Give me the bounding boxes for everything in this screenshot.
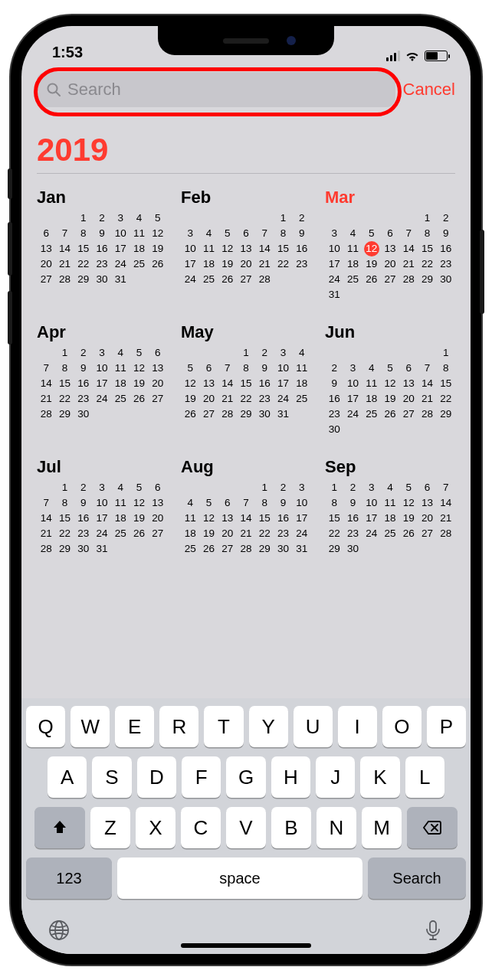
numbers-key[interactable]: 123 — [26, 858, 112, 899]
day-cell[interactable]: 16 — [325, 391, 343, 407]
key-g[interactable]: G — [226, 756, 265, 798]
day-cell[interactable]: 8 — [418, 226, 436, 241]
day-cell[interactable]: 29 — [437, 407, 455, 422]
key-e[interactable]: E — [115, 706, 154, 747]
day-cell[interactable]: 27 — [399, 407, 418, 422]
day-cell[interactable]: 8 — [437, 361, 455, 376]
day-cell[interactable]: 12 — [381, 376, 399, 391]
month-jul[interactable]: Jul1234567891011121314151617181920212223… — [37, 457, 167, 557]
day-cell[interactable]: 20 — [399, 391, 418, 407]
day-cell[interactable]: 4 — [199, 226, 218, 241]
day-cell[interactable]: 23 — [74, 391, 93, 407]
day-cell[interactable]: 28 — [255, 272, 274, 287]
day-cell[interactable]: 4 — [293, 345, 311, 361]
day-cell[interactable]: 28 — [399, 272, 418, 287]
day-cell[interactable]: 10 — [181, 241, 199, 256]
month-may[interactable]: May1234567891011121314151617181920212223… — [181, 322, 311, 437]
day-cell[interactable]: 21 — [37, 391, 55, 407]
day-cell[interactable]: 3 — [274, 345, 292, 361]
month-apr[interactable]: Apr1234567891011121314151617181920212223… — [37, 322, 167, 437]
day-cell[interactable]: 5 — [218, 226, 237, 241]
day-cell[interactable]: 17 — [325, 256, 343, 272]
day-cell[interactable]: 7 — [437, 480, 455, 495]
year-heading[interactable]: 2019 — [37, 118, 455, 174]
day-cell[interactable]: 31 — [274, 407, 292, 422]
day-cell[interactable]: 14 — [437, 495, 455, 511]
day-cell[interactable]: 25 — [381, 526, 399, 541]
day-cell[interactable]: 1 — [437, 345, 455, 361]
day-cell[interactable]: 28 — [37, 407, 55, 422]
day-cell[interactable]: 14 — [255, 241, 274, 256]
day-cell[interactable]: 18 — [111, 376, 130, 391]
day-cell[interactable]: 19 — [130, 511, 148, 526]
day-cell[interactable]: 3 — [93, 345, 111, 361]
day-cell[interactable]: 2 — [274, 480, 292, 495]
day-cell[interactable]: 2 — [93, 211, 111, 226]
day-cell[interactable]: 30 — [325, 422, 343, 437]
day-cell[interactable]: 3 — [93, 480, 111, 495]
day-cell[interactable]: 18 — [362, 391, 381, 407]
day-cell[interactable]: 19 — [362, 256, 381, 272]
day-cell[interactable]: 12 — [181, 376, 199, 391]
day-cell[interactable]: 28 — [55, 272, 74, 287]
day-cell[interactable]: 17 — [93, 376, 111, 391]
day-cell[interactable]: 30 — [274, 541, 292, 557]
day-cell[interactable]: 8 — [55, 361, 74, 376]
day-cell[interactable]: 2 — [437, 211, 455, 226]
day-cell[interactable]: 27 — [149, 391, 167, 407]
day-cell[interactable]: 27 — [149, 526, 167, 541]
day-cell[interactable]: 6 — [218, 495, 237, 511]
day-cell[interactable]: 6 — [149, 345, 167, 361]
day-cell[interactable]: 22 — [255, 526, 274, 541]
day-cell[interactable]: 11 — [343, 241, 362, 256]
day-cell[interactable]: 9 — [74, 495, 93, 511]
day-cell[interactable]: 7 — [418, 361, 436, 376]
day-cell[interactable]: 20 — [218, 526, 237, 541]
day-cell[interactable]: 1 — [418, 211, 436, 226]
search-input[interactable]: Search — [37, 72, 395, 107]
day-cell[interactable]: 26 — [149, 256, 167, 272]
day-cell[interactable]: 2 — [74, 480, 93, 495]
day-cell[interactable]: 2 — [325, 361, 343, 376]
day-cell[interactable]: 5 — [199, 495, 218, 511]
day-cell[interactable]: 18 — [343, 256, 362, 272]
day-cell[interactable]: 29 — [74, 272, 93, 287]
day-cell[interactable]: 21 — [37, 526, 55, 541]
day-cell[interactable]: 7 — [55, 226, 74, 241]
globe-icon[interactable] — [48, 919, 71, 945]
day-cell[interactable]: 14 — [237, 511, 255, 526]
day-cell[interactable]: 14 — [37, 376, 55, 391]
day-cell[interactable]: 5 — [381, 361, 399, 376]
day-cell[interactable]: 7 — [255, 226, 274, 241]
day-cell[interactable]: 23 — [274, 526, 292, 541]
day-cell[interactable]: 15 — [237, 376, 255, 391]
day-cell[interactable]: 25 — [130, 256, 148, 272]
day-cell[interactable]: 12 — [218, 241, 237, 256]
day-cell[interactable]: 21 — [437, 511, 455, 526]
day-cell[interactable]: 27 — [218, 541, 237, 557]
day-cell[interactable]: 16 — [255, 376, 274, 391]
day-cell[interactable]: 18 — [293, 376, 311, 391]
day-cell[interactable]: 30 — [93, 272, 111, 287]
month-mar[interactable]: Mar1234567891011121314151617181920212223… — [325, 188, 455, 302]
day-cell[interactable]: 29 — [418, 272, 436, 287]
cancel-button[interactable]: Cancel — [403, 80, 455, 100]
day-cell[interactable]: 2 — [293, 211, 311, 226]
day-cell[interactable]: 26 — [399, 526, 418, 541]
day-cell[interactable]: 12 — [130, 361, 148, 376]
day-cell[interactable]: 10 — [325, 241, 343, 256]
key-t[interactable]: T — [204, 706, 243, 747]
day-cell[interactable]: 28 — [237, 541, 255, 557]
day-cell[interactable]: 4 — [130, 211, 148, 226]
key-h[interactable]: H — [271, 756, 310, 798]
day-cell[interactable]: 23 — [93, 256, 111, 272]
key-d[interactable]: D — [137, 756, 176, 798]
day-cell[interactable]: 28 — [437, 526, 455, 541]
day-cell[interactable]: 20 — [149, 511, 167, 526]
day-cell[interactable]: 16 — [74, 511, 93, 526]
day-cell[interactable]: 21 — [55, 256, 74, 272]
day-cell[interactable]: 8 — [237, 361, 255, 376]
day-cell[interactable]: 17 — [293, 511, 311, 526]
key-o[interactable]: O — [382, 706, 421, 747]
day-cell[interactable]: 13 — [149, 495, 167, 511]
